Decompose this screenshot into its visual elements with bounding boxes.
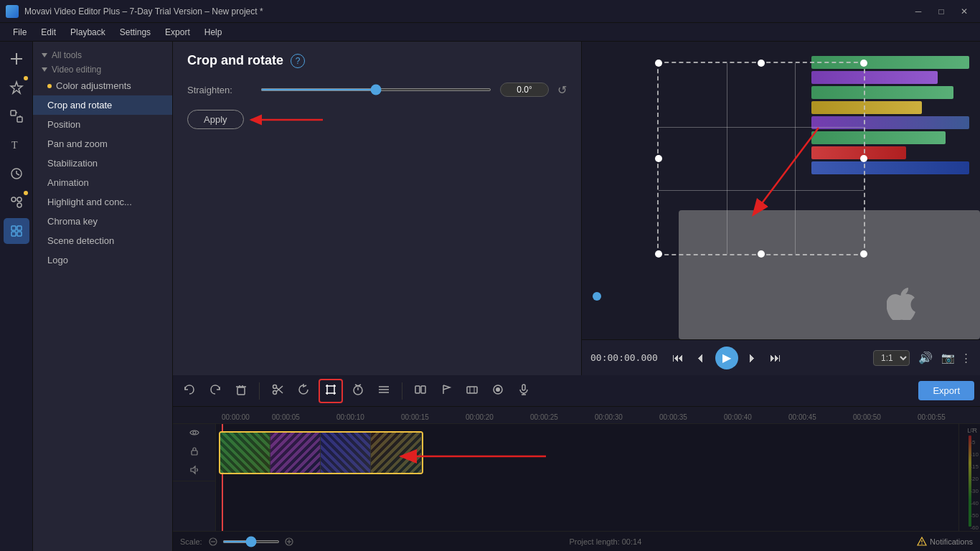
titlebar: Movavi Video Editor Plus – 7-Day Trial V… xyxy=(0,0,980,23)
ruler-45: 00:00:45 xyxy=(788,413,816,421)
apply-row: Apply xyxy=(187,110,567,129)
history-button[interactable] xyxy=(4,161,29,187)
timeline-toolbar: Export xyxy=(173,375,980,407)
skip-end-button[interactable]: ⏭ xyxy=(767,349,784,367)
close-button[interactable]: ✕ xyxy=(954,4,974,19)
clip-thumb-3 xyxy=(321,433,371,473)
svg-rect-3 xyxy=(17,117,22,122)
objects-button[interactable] xyxy=(4,218,29,244)
svg-marker-18 xyxy=(42,67,47,72)
svg-point-12 xyxy=(17,197,22,202)
voiceover-button[interactable] xyxy=(513,380,534,402)
sidebar-item-pan-zoom[interactable]: Pan and zoom xyxy=(33,134,172,154)
video-track-controls xyxy=(173,424,215,481)
ruler-10: 00:00:10 xyxy=(336,413,364,421)
sidebar-all-tools[interactable]: All tools xyxy=(33,47,172,62)
svg-rect-16 xyxy=(17,232,22,236)
scale-slider[interactable] xyxy=(222,540,280,543)
clip-thumb-2 xyxy=(270,433,321,473)
daw-track-4 xyxy=(811,101,922,114)
track-lock-button[interactable] xyxy=(188,445,201,461)
export-button[interactable]: Export xyxy=(918,381,974,400)
sidebar-item-highlight[interactable]: Highlight and conc... xyxy=(33,192,172,212)
restore-button[interactable] xyxy=(293,380,314,402)
record-button[interactable] xyxy=(487,380,509,402)
svg-rect-45 xyxy=(415,386,420,393)
menu-edit[interactable]: Edit xyxy=(34,26,63,39)
cut-button[interactable] xyxy=(267,380,288,402)
history-btn-wrap xyxy=(4,161,29,187)
notifications-label[interactable]: Notifications xyxy=(930,537,973,546)
sidebar-item-logo[interactable]: Logo xyxy=(33,250,172,270)
volume-button[interactable]: 🔊 xyxy=(915,348,936,367)
help-icon[interactable]: ? xyxy=(291,54,305,68)
more-options-button[interactable]: ⋮ xyxy=(961,352,971,364)
svg-point-10 xyxy=(11,197,16,202)
angle-input[interactable] xyxy=(500,83,549,97)
straighten-row: Straighten: ↺ xyxy=(187,83,567,97)
apply-button[interactable]: Apply xyxy=(187,110,244,129)
svg-marker-17 xyxy=(42,53,47,57)
reset-angle-button[interactable]: ↺ xyxy=(557,83,567,97)
sidebar-item-scene[interactable]: Scene detection xyxy=(33,231,172,250)
menu-settings[interactable]: Settings xyxy=(113,26,158,39)
sidebar-item-chroma-label: Chroma key xyxy=(47,216,98,227)
sidebar-item-animation[interactable]: Animation xyxy=(33,173,172,192)
timeline-section: Export 00:00:00 00:00:05 00:00:10 00:00:… xyxy=(173,375,980,551)
warning-icon xyxy=(917,537,927,547)
play-button[interactable]: ▶ xyxy=(715,347,738,369)
transitions-button[interactable] xyxy=(4,103,29,129)
svg-rect-1 xyxy=(16,53,17,65)
menu-export[interactable]: Export xyxy=(158,26,197,39)
menu-help[interactable]: Help xyxy=(197,26,230,39)
zoom-preview-button[interactable] xyxy=(461,380,483,402)
align-button[interactable] xyxy=(373,380,395,402)
ruler-40: 00:00:40 xyxy=(724,413,752,421)
daw-track-7 xyxy=(811,146,906,159)
video-clip[interactable] xyxy=(219,431,423,474)
svg-point-11 xyxy=(17,203,22,207)
sidebar-item-crop-rotate[interactable]: Crop and rotate xyxy=(33,95,172,115)
track-eye-button[interactable] xyxy=(188,426,201,442)
skip-start-button[interactable]: ⏮ xyxy=(669,349,687,367)
crop-tool-button[interactable] xyxy=(319,379,343,403)
track-volume-button[interactable] xyxy=(188,463,201,479)
panel-title: Crop and rotate xyxy=(187,53,283,68)
sidebar-item-color-adjustments[interactable]: Color adjustments xyxy=(33,76,172,95)
minimize-button[interactable]: ─ xyxy=(908,4,928,19)
timeline-area: 00:00:00 00:00:05 00:00:10 00:00:15 00:0… xyxy=(173,407,980,531)
preview-canvas xyxy=(582,42,980,339)
favorites-btn-wrap xyxy=(4,75,29,100)
prev-frame-button[interactable]: ⏴ xyxy=(692,349,710,367)
svg-point-52 xyxy=(496,387,500,392)
sidebar-item-position[interactable]: Position xyxy=(33,115,172,134)
transitions-btn-wrap xyxy=(4,103,29,129)
color-adj-dot xyxy=(47,84,52,88)
daw-track-5 xyxy=(811,116,969,129)
svg-rect-21 xyxy=(237,387,245,395)
svg-rect-2 xyxy=(11,110,16,116)
redo-button[interactable] xyxy=(204,380,226,402)
add-media-button[interactable] xyxy=(4,46,29,72)
menu-file[interactable]: File xyxy=(6,26,34,39)
split-button[interactable] xyxy=(410,380,431,402)
straighten-slider[interactable] xyxy=(260,88,491,91)
zoom-select[interactable]: 1:1 1:2 2:1 xyxy=(873,350,910,366)
svg-line-40 xyxy=(355,385,358,386)
flag-button[interactable] xyxy=(435,380,457,402)
undo-button[interactable] xyxy=(179,380,200,402)
preview-position-dot xyxy=(593,292,601,301)
delete-button[interactable] xyxy=(230,380,252,402)
titlebar-left: Movavi Video Editor Plus – 7-Day Trial V… xyxy=(6,5,263,18)
maximize-button[interactable]: □ xyxy=(931,4,951,19)
svg-rect-57 xyxy=(192,451,197,455)
favorites-dot xyxy=(24,76,28,80)
menu-playback[interactable]: Playback xyxy=(63,26,113,39)
svg-line-41 xyxy=(358,385,361,386)
sidebar-item-stabilization[interactable]: Stabilization xyxy=(33,154,172,173)
speed-button[interactable] xyxy=(347,380,369,402)
snapshot-button[interactable]: 📷 xyxy=(941,352,955,364)
titles-button[interactable]: T xyxy=(4,132,29,158)
next-frame-button[interactable]: ⏵ xyxy=(744,349,761,367)
sidebar-item-chroma[interactable]: Chroma key xyxy=(33,212,172,231)
